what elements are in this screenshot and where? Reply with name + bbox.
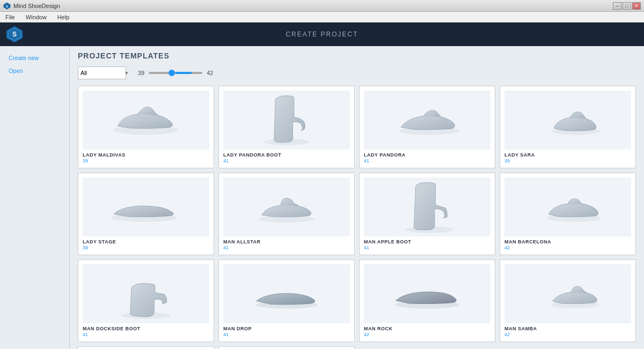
template-image-man-samba [504, 264, 631, 323]
sidebar-item-open[interactable]: Open [0, 64, 69, 77]
template-card-lady-pandora-boot[interactable]: LADY PANDORA BOOT 41 [218, 86, 355, 168]
template-image-lady-pandora-boot [223, 91, 350, 150]
template-card-lady-stage[interactable]: LADY STAGE 39 [78, 173, 214, 255]
menu-window[interactable]: Window [24, 13, 49, 21]
template-name-man-allstar: MAN ALLSTAR [223, 239, 350, 244]
template-size-man-allstar: 41 [223, 245, 350, 250]
template-name-man-rock: MAN ROCK [364, 326, 491, 331]
template-size-man-samba: 42 [504, 332, 631, 337]
template-card-man-drop[interactable]: MAN DROP 41 [218, 259, 355, 342]
app-header-title: CREATE PROJECT [286, 31, 358, 38]
template-image-man-allstar [223, 177, 350, 236]
template-name-lady-stage: LADY STAGE [83, 239, 209, 244]
slider-min-label: 39 [138, 70, 144, 76]
filter-bar: All Lady Man ▼ 39 42 [78, 66, 636, 79]
template-size-man-drop: 41 [223, 332, 350, 337]
title-bar-controls: ─ □ ✕ [613, 2, 641, 10]
title-bar-left: S Mind ShoeDesign [3, 2, 60, 10]
template-card-man-dockside-boot[interactable]: MAN DOCKSIDE BOOT 41 [78, 259, 214, 342]
filter-select[interactable]: All Lady Man [78, 66, 126, 79]
template-name-man-dockside-boot: MAN DOCKSIDE BOOT [83, 326, 209, 331]
app-header: S CREATE PROJECT [0, 23, 644, 46]
sidebar: Create new Open [0, 46, 70, 349]
template-size-lady-stage: 39 [83, 245, 209, 250]
menu-help[interactable]: Help [55, 13, 72, 21]
filter-select-wrapper: All Lady Man ▼ [78, 66, 131, 79]
template-image-lady-pandora [364, 91, 491, 150]
template-size-man-rock: 42 [364, 332, 491, 337]
template-card-partial-1[interactable] [78, 346, 214, 349]
template-name-man-drop: MAN DROP [223, 326, 350, 331]
maximize-button[interactable]: □ [623, 2, 631, 10]
template-size-man-barcelona: 42 [504, 245, 631, 250]
app-title-text: Mind ShoeDesign [13, 3, 60, 9]
menu-bar: File Window Help [0, 12, 644, 23]
close-button[interactable]: ✕ [632, 2, 641, 10]
template-image-lady-maldivas [83, 91, 209, 150]
template-size-man-apple-boot: 41 [364, 245, 491, 250]
template-grid: LADY MALDIVAS 39 LADY PANDORA BOOT 41 [78, 86, 636, 349]
template-name-lady-sara: LADY SARA [504, 152, 631, 158]
sidebar-item-create-new[interactable]: Create new [0, 51, 69, 64]
template-name-man-samba: MAN SAMBA [504, 326, 631, 331]
template-image-lady-stage [83, 177, 209, 236]
template-name-man-barcelona: MAN BARCELONA [504, 239, 631, 244]
app-logo: S [5, 25, 24, 43]
content-area[interactable]: PROJECT TEMPLATES All Lady Man ▼ 39 42 [70, 46, 644, 349]
template-name-lady-pandora: LADY PANDORA [364, 152, 491, 158]
slider-container: 39 42 [138, 70, 214, 76]
template-card-lady-sara[interactable]: LADY SARA 39 [500, 86, 636, 168]
template-size-lady-sara: 39 [504, 158, 631, 164]
app-logo-small: S [3, 2, 11, 10]
title-bar: S Mind ShoeDesign ─ □ ✕ [0, 0, 644, 12]
section-header: PROJECT TEMPLATES [78, 51, 636, 60]
template-image-lady-sara [504, 91, 631, 150]
template-image-man-barcelona [504, 177, 631, 236]
template-image-man-drop [223, 264, 350, 323]
minimize-button[interactable]: ─ [613, 2, 621, 10]
template-image-man-dockside-boot [83, 264, 209, 323]
template-card-partial-2[interactable] [218, 346, 355, 349]
section-title: PROJECT TEMPLATES [78, 51, 170, 60]
svg-text:S: S [6, 4, 8, 8]
template-card-man-allstar[interactable]: MAN ALLSTAR 41 [218, 173, 355, 255]
template-card-man-rock[interactable]: MAN ROCK 42 [359, 259, 495, 342]
template-card-man-apple-boot[interactable]: MAN APPLE BOOT 41 [359, 173, 495, 255]
main-layout: Create new Open PROJECT TEMPLATES All La… [0, 46, 644, 349]
template-card-man-samba[interactable]: MAN SAMBA 42 [500, 259, 636, 342]
template-card-man-barcelona[interactable]: MAN BARCELONA 42 [500, 173, 636, 255]
template-card-lady-pandora[interactable]: LADY PANDORA 41 [359, 86, 495, 168]
template-card-lady-maldivas[interactable]: LADY MALDIVAS 39 [78, 86, 214, 168]
template-image-man-rock [364, 264, 491, 323]
template-size-lady-pandora-boot: 41 [223, 158, 350, 164]
template-image-man-apple-boot [364, 177, 491, 236]
size-slider[interactable] [149, 72, 202, 74]
template-size-lady-maldivas: 39 [83, 158, 209, 164]
template-name-lady-maldivas: LADY MALDIVAS [83, 152, 209, 158]
svg-text:S: S [12, 31, 17, 38]
slider-max-label: 42 [207, 70, 213, 76]
template-name-lady-pandora-boot: LADY PANDORA BOOT [223, 152, 350, 158]
template-name-man-apple-boot: MAN APPLE BOOT [364, 239, 491, 244]
template-size-man-dockside-boot: 41 [83, 332, 209, 337]
menu-file[interactable]: File [3, 13, 17, 21]
template-size-lady-pandora: 41 [364, 158, 491, 164]
